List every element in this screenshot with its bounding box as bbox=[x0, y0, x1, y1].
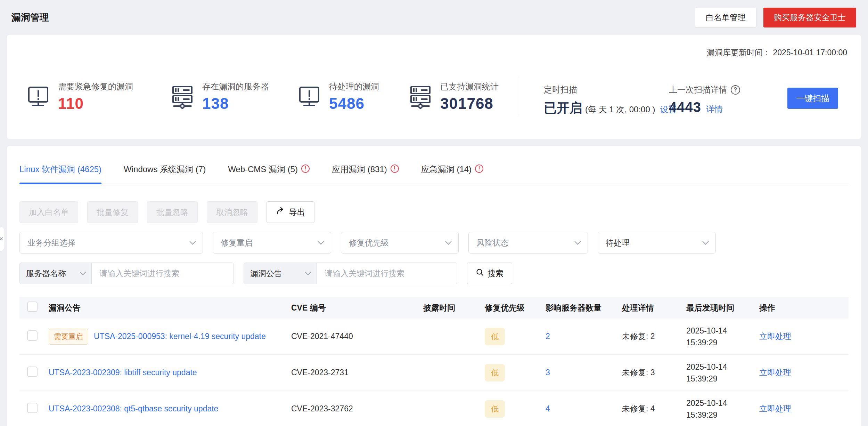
tab-label: 应用漏洞 (831) bbox=[332, 164, 387, 175]
vuln-announcement-search-input[interactable] bbox=[317, 263, 457, 284]
server-icon bbox=[170, 85, 195, 109]
scheduled-scan-frequency: (每 天 1 次, 00:00 ) bbox=[585, 104, 655, 115]
vulnerability-announcement-link[interactable]: UTSA-2023-002308: qt5-qtbase security up… bbox=[49, 404, 218, 413]
handle-now-link[interactable]: 立即处理 bbox=[759, 404, 791, 413]
priority-badge: 低 bbox=[485, 400, 505, 418]
row-checkbox[interactable] bbox=[27, 330, 38, 341]
col-header-actions: 操作 bbox=[759, 303, 849, 313]
stat-value: 110 bbox=[58, 95, 133, 112]
topbar-actions: 白名单管理 购买服务器安全卫士 bbox=[695, 8, 856, 27]
whitelist-management-button[interactable]: 白名单管理 bbox=[695, 8, 756, 27]
select-value: 待处理 bbox=[606, 238, 630, 248]
restart-required-tag: 需要重启 bbox=[49, 329, 88, 345]
last-found-time: 2025-10-14 15:39:29 bbox=[686, 361, 759, 385]
priority-badge: 低 bbox=[485, 328, 505, 345]
vulnerability-list-card: Linux 软件漏洞 (4625) Windows 系统漏洞 (7) Web-C… bbox=[7, 146, 861, 426]
page-title: 漏洞管理 bbox=[11, 11, 49, 24]
col-header-handling-detail: 处理详情 bbox=[622, 303, 686, 313]
affected-servers-link[interactable]: 4 bbox=[546, 404, 550, 413]
handling-detail: 未修复: 3 bbox=[622, 367, 686, 378]
tab-label: Windows 系统漏洞 (7) bbox=[124, 164, 206, 175]
scheduled-scan-label: 定时扫描 bbox=[544, 84, 677, 95]
affected-servers-link[interactable]: 3 bbox=[546, 368, 550, 377]
row-checkbox[interactable] bbox=[27, 367, 38, 377]
handling-detail: 未修复: 4 bbox=[622, 403, 686, 414]
tab-windows-system-vulns[interactable]: Windows 系统漏洞 (7) bbox=[124, 164, 206, 184]
batch-fix-button[interactable]: 批量修复 bbox=[87, 201, 138, 223]
db-update-label: 漏洞库更新时间： bbox=[707, 48, 771, 57]
last-scan-count: 4443 bbox=[669, 99, 701, 115]
filter-row: 业务分组选择 修复重启 修复优先级 风险状态 待处理 bbox=[19, 232, 849, 254]
stat-value: 5486 bbox=[329, 95, 379, 112]
last-scan-block: 上一次扫描详情 ? 4443 详情 bbox=[669, 84, 740, 115]
select-value: 漏洞公告 bbox=[250, 268, 282, 279]
handling-status-select[interactable]: 待处理 bbox=[598, 232, 716, 254]
search-label: 搜索 bbox=[488, 268, 503, 279]
business-group-select[interactable]: 业务分组选择 bbox=[19, 232, 203, 254]
alert-icon: ! bbox=[301, 164, 310, 173]
vuln-announcement-select[interactable]: 漏洞公告 bbox=[244, 263, 317, 284]
tab-web-cms-vulns[interactable]: Web-CMS 漏洞 (5) ! bbox=[228, 164, 310, 184]
stat-urgent-vulns: 需要紧急修复的漏洞 110 bbox=[26, 81, 133, 112]
tab-bar: Linux 软件漏洞 (4625) Windows 系统漏洞 (7) Web-C… bbox=[19, 146, 849, 184]
col-header-last-found-time: 最后发现时间 bbox=[686, 303, 759, 313]
search-icon bbox=[476, 268, 484, 279]
chevron-down-icon bbox=[80, 269, 86, 275]
cve-id: CVE-2023-2731 bbox=[291, 368, 423, 377]
stat-pending-vulns: 待处理的漏洞 5486 bbox=[297, 81, 379, 112]
chevron-down-icon bbox=[189, 238, 196, 244]
one-click-scan-button[interactable]: 一键扫描 bbox=[787, 88, 838, 109]
buy-security-guard-button[interactable]: 购买服务器安全卫士 bbox=[763, 8, 856, 27]
chevron-down-icon bbox=[305, 269, 311, 275]
tab-label: Web-CMS 漏洞 (5) bbox=[228, 164, 298, 175]
chevron-down-icon bbox=[702, 238, 709, 244]
server-name-select[interactable]: 服务器名称 bbox=[20, 263, 92, 284]
vulnerability-table: 漏洞公告 CVE 编号 披露时间 修复优先级 影响服务器数量 处理详情 最后发现… bbox=[19, 297, 849, 426]
restart-required-select[interactable]: 修复重启 bbox=[213, 232, 331, 254]
vulnerability-announcement-link[interactable]: UTSA-2023-002309: libtiff security updat… bbox=[49, 368, 197, 377]
cancel-ignore-button[interactable]: 取消忽略 bbox=[207, 201, 257, 223]
handle-now-link[interactable]: 立即处理 bbox=[759, 368, 791, 377]
left-edge-collapse-handle[interactable]: ✕ bbox=[0, 226, 5, 252]
table-row: UTSA-2023-002309: libtiff security updat… bbox=[19, 355, 849, 391]
select-value: 服务器名称 bbox=[26, 268, 66, 279]
table-body: 需要重启 UTSA-2025-000953: kernel-4.19 secur… bbox=[19, 319, 849, 426]
select-value: 业务分组选择 bbox=[27, 238, 75, 248]
table-row: UTSA-2023-002308: qt5-qtbase security up… bbox=[19, 391, 849, 426]
chevron-down-icon bbox=[318, 238, 324, 244]
cve-id: CVE-2023-32762 bbox=[291, 404, 423, 413]
select-value: 修复重启 bbox=[221, 238, 253, 248]
row-checkbox[interactable] bbox=[27, 403, 38, 413]
monitor-alert-icon bbox=[26, 85, 50, 109]
server-name-search-group: 服务器名称 bbox=[19, 263, 234, 284]
tab-application-vulns[interactable]: 应用漏洞 (831) ! bbox=[332, 164, 399, 184]
risk-status-select[interactable]: 风险状态 bbox=[468, 232, 588, 254]
monitor-alert-icon bbox=[297, 85, 321, 109]
affected-servers-link[interactable]: 2 bbox=[546, 332, 550, 341]
search-button[interactable]: 搜索 bbox=[467, 263, 512, 284]
last-scan-detail-link[interactable]: 详情 bbox=[706, 104, 723, 115]
server-name-search-input[interactable] bbox=[92, 263, 234, 284]
scheduled-scan-status: 已开启 bbox=[544, 99, 582, 117]
tab-linux-software-vulns[interactable]: Linux 软件漏洞 (4625) bbox=[19, 164, 101, 184]
last-found-time: 2025-10-14 15:39:29 bbox=[686, 397, 759, 421]
select-all-checkbox[interactable] bbox=[27, 302, 38, 312]
export-label: 导出 bbox=[289, 207, 305, 218]
chevron-down-icon bbox=[445, 238, 451, 244]
cve-id: CVE-2021-47440 bbox=[291, 332, 423, 341]
batch-ignore-button[interactable]: 批量忽略 bbox=[147, 201, 198, 223]
last-scan-label: 上一次扫描详情 bbox=[669, 84, 727, 95]
stat-label: 待处理的漏洞 bbox=[329, 81, 379, 92]
table-header: 漏洞公告 CVE 编号 披露时间 修复优先级 影响服务器数量 处理详情 最后发现… bbox=[19, 297, 849, 319]
handle-now-link[interactable]: 立即处理 bbox=[759, 332, 791, 341]
overview-card: 漏洞库更新时间： 2025-10-01 17:00:00 需要紧急修复的漏洞 1… bbox=[7, 35, 861, 139]
vulnerability-announcement-link[interactable]: UTSA-2025-000953: kernel-4.19 security u… bbox=[94, 332, 266, 341]
tab-emergency-vulns[interactable]: 应急漏洞 (14) ! bbox=[421, 164, 483, 184]
question-circle-icon[interactable]: ? bbox=[731, 85, 740, 95]
fix-priority-select[interactable]: 修复优先级 bbox=[341, 232, 459, 254]
vuln-announcement-search-group: 漏洞公告 bbox=[244, 263, 457, 284]
export-button[interactable]: 导出 bbox=[267, 201, 314, 223]
stat-label: 存在漏洞的服务器 bbox=[202, 81, 269, 92]
add-to-whitelist-button[interactable]: 加入白名单 bbox=[19, 201, 78, 223]
scheduled-scan-block: 定时扫描 已开启 (每 天 1 次, 00:00 ) 设置 bbox=[544, 84, 677, 117]
